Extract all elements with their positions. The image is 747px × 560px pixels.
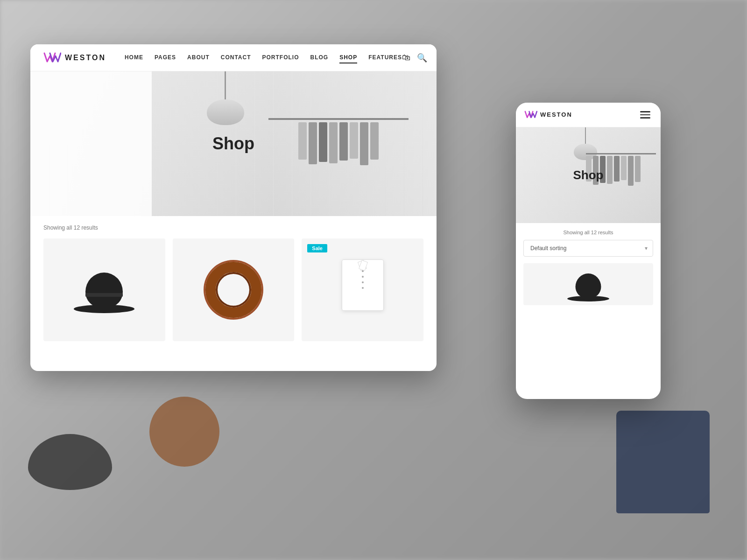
mobile-hat-image	[567, 266, 609, 301]
desktop-products-grid: Sale	[43, 238, 423, 341]
clothing-rack	[268, 81, 409, 211]
mobile-rack-bar	[586, 153, 656, 154]
shirt-body	[342, 259, 384, 311]
mobile-product-card-hat[interactable]	[523, 263, 653, 305]
shirt-buttons	[362, 270, 364, 289]
mobile-rack-item	[635, 156, 641, 182]
shirt-button	[362, 270, 364, 272]
rack-item	[360, 122, 368, 165]
lamp-decoration	[207, 71, 244, 125]
rack-item	[370, 122, 379, 160]
hat-image	[74, 266, 134, 313]
mobile-rack-item	[614, 156, 620, 182]
product-card-hat[interactable]	[43, 238, 165, 341]
nav-home[interactable]: HOME	[125, 52, 143, 63]
hamburger-line-2	[640, 114, 650, 116]
nav-portfolio[interactable]: PORTFOLIO	[262, 52, 299, 63]
mobile-hat-brim	[567, 296, 609, 301]
belt-coil	[205, 262, 261, 318]
desktop-nav-icons: 🛍 🔍	[402, 53, 427, 63]
sale-badge: Sale	[307, 244, 327, 252]
rack-bar	[268, 118, 409, 120]
rack-item	[329, 122, 338, 163]
nav-contact[interactable]: CONTACT	[221, 52, 251, 63]
cart-icon[interactable]: 🛍	[402, 53, 410, 63]
belt-image	[205, 262, 261, 318]
rack-item	[309, 122, 317, 164]
desktop-hero-title: Shop	[212, 134, 254, 154]
bg-hat-decoration	[28, 434, 112, 490]
rack-item	[319, 122, 327, 162]
desktop-mockup: WESTON HOME PAGES ABOUT CONTACT PORTFOLI…	[30, 44, 437, 371]
desktop-brand-logo[interactable]: WESTON	[43, 51, 106, 64]
hat-band	[85, 293, 123, 297]
search-icon[interactable]: 🔍	[417, 53, 427, 63]
mobile-navbar: WESTON	[516, 103, 661, 127]
mobile-brand-name: WESTON	[540, 111, 572, 118]
nav-blog[interactable]: BLOG	[310, 52, 329, 63]
mobile-logo-icon	[524, 110, 537, 119]
shirt-button	[362, 287, 364, 289]
product-card-belt[interactable]	[173, 238, 295, 341]
mobile-results-count: Showing all 12 results	[523, 230, 653, 235]
mobile-hero: Shop	[516, 127, 661, 223]
lamp-cord	[225, 71, 226, 99]
mobile-brand-logo[interactable]: WESTON	[524, 110, 572, 119]
hat-brim	[74, 305, 134, 313]
desktop-hero: Shop	[30, 71, 437, 216]
hat-crown	[85, 273, 123, 308]
product-card-shirt[interactable]: Sale	[302, 238, 423, 341]
desktop-navbar: WESTON HOME PAGES ABOUT CONTACT PORTFOLI…	[30, 44, 437, 71]
sort-select[interactable]: Default sortingSort by popularitySort by…	[523, 240, 653, 257]
mobile-mockup: WESTON	[516, 103, 661, 399]
hamburger-line-3	[640, 117, 650, 119]
rack-item	[298, 122, 307, 160]
shirt-button	[362, 276, 364, 278]
desktop-content: Showing all 12 results Sale	[30, 216, 437, 350]
lamp-shade	[207, 99, 244, 125]
mobile-rack-item	[628, 156, 634, 186]
shirt-button	[362, 281, 364, 283]
desktop-brand-name: WESTON	[65, 54, 106, 62]
mobile-content: Showing all 12 results Default sortingSo…	[516, 223, 661, 312]
sort-select-wrapper[interactable]: Default sortingSort by popularitySort by…	[523, 240, 653, 257]
desktop-results-count: Showing all 12 results	[43, 224, 423, 231]
bg-bag-decoration	[616, 411, 710, 513]
mobile-hero-title: Shop	[573, 168, 604, 182]
mobile-rack-item	[621, 156, 627, 180]
hero-white-overlay	[30, 71, 152, 216]
nav-features[interactable]: FEATURES	[368, 52, 402, 63]
nav-shop[interactable]: SHOP	[339, 52, 357, 63]
bg-belt-decoration	[149, 397, 219, 467]
rack-item	[339, 122, 348, 161]
rack-items	[268, 122, 409, 165]
desktop-nav: HOME PAGES ABOUT CONTACT PORTFOLIO BLOG …	[125, 52, 402, 63]
rack-item	[350, 122, 358, 159]
mobile-hat-crown	[576, 273, 601, 298]
nav-pages[interactable]: PAGES	[155, 52, 176, 63]
hamburger-line-1	[640, 111, 650, 112]
nav-about[interactable]: ABOUT	[187, 52, 210, 63]
shirt-image	[339, 259, 386, 320]
mobile-rack-item	[607, 156, 613, 184]
hamburger-menu[interactable]	[638, 109, 652, 120]
desktop-logo-icon	[43, 51, 61, 64]
